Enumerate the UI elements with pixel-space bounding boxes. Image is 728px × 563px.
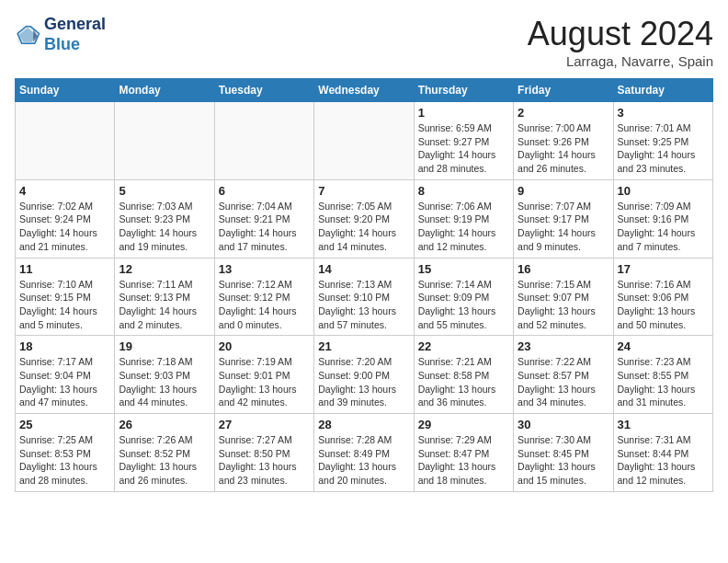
calendar-cell: 23Sunrise: 7:22 AMSunset: 8:57 PMDayligh… bbox=[514, 336, 613, 414]
day-number: 25 bbox=[19, 418, 110, 431]
weekday-header-saturday: Saturday bbox=[613, 79, 712, 102]
day-info: Sunrise: 7:00 AMSunset: 9:26 PMDaylight:… bbox=[518, 121, 609, 176]
weekday-header-wednesday: Wednesday bbox=[314, 79, 414, 102]
day-number: 11 bbox=[19, 262, 110, 276]
day-info: Sunrise: 7:30 AMSunset: 8:45 PMDaylight:… bbox=[518, 433, 609, 488]
day-number: 29 bbox=[418, 418, 509, 431]
calendar-cell: 31Sunrise: 7:31 AMSunset: 8:44 PMDayligh… bbox=[613, 414, 712, 492]
logo: General Blue bbox=[15, 15, 106, 54]
day-info: Sunrise: 7:06 AMSunset: 9:19 PMDaylight:… bbox=[418, 200, 509, 254]
calendar-cell: 18Sunrise: 7:17 AMSunset: 9:04 PMDayligh… bbox=[16, 336, 115, 414]
calendar-cell: 4Sunrise: 7:02 AMSunset: 9:24 PMDaylight… bbox=[16, 179, 115, 258]
calendar-cell: 14Sunrise: 7:13 AMSunset: 9:10 PMDayligh… bbox=[314, 258, 414, 336]
day-info: Sunrise: 7:18 AMSunset: 9:03 PMDaylight:… bbox=[119, 355, 210, 409]
calendar-week-row: 11Sunrise: 7:10 AMSunset: 9:15 PMDayligh… bbox=[16, 258, 713, 336]
day-number: 14 bbox=[318, 262, 409, 276]
day-info: Sunrise: 7:12 AMSunset: 9:12 PMDaylight:… bbox=[219, 278, 310, 332]
day-number: 6 bbox=[219, 184, 310, 198]
calendar-cell: 5Sunrise: 7:03 AMSunset: 9:23 PMDaylight… bbox=[115, 179, 214, 258]
day-info: Sunrise: 7:25 AMSunset: 8:53 PMDaylight:… bbox=[19, 433, 110, 488]
day-number: 2 bbox=[518, 106, 609, 120]
day-number: 26 bbox=[119, 418, 210, 431]
day-number: 15 bbox=[418, 262, 509, 276]
weekday-header-tuesday: Tuesday bbox=[214, 79, 313, 102]
day-number: 12 bbox=[119, 262, 210, 276]
day-info: Sunrise: 7:23 AMSunset: 8:55 PMDaylight:… bbox=[618, 355, 709, 409]
day-info: Sunrise: 7:31 AMSunset: 8:44 PMDaylight:… bbox=[618, 433, 709, 488]
calendar-week-row: 1Sunrise: 6:59 AMSunset: 9:27 PMDaylight… bbox=[16, 102, 713, 180]
day-number: 20 bbox=[219, 339, 310, 353]
calendar-cell: 26Sunrise: 7:26 AMSunset: 8:52 PMDayligh… bbox=[115, 414, 214, 492]
day-info: Sunrise: 7:10 AMSunset: 9:15 PMDaylight:… bbox=[19, 278, 110, 332]
logo-icon bbox=[15, 22, 40, 48]
calendar-cell: 28Sunrise: 7:28 AMSunset: 8:49 PMDayligh… bbox=[314, 414, 414, 492]
day-info: Sunrise: 7:28 AMSunset: 8:49 PMDaylight:… bbox=[318, 433, 409, 488]
calendar-cell: 20Sunrise: 7:19 AMSunset: 9:01 PMDayligh… bbox=[214, 336, 313, 414]
day-info: Sunrise: 7:19 AMSunset: 9:01 PMDaylight:… bbox=[219, 355, 310, 409]
day-info: Sunrise: 7:17 AMSunset: 9:04 PMDaylight:… bbox=[19, 355, 110, 409]
calendar-week-row: 4Sunrise: 7:02 AMSunset: 9:24 PMDaylight… bbox=[16, 179, 713, 258]
day-number: 18 bbox=[19, 339, 110, 353]
day-number: 8 bbox=[418, 184, 509, 198]
day-number: 13 bbox=[219, 262, 310, 276]
day-info: Sunrise: 7:16 AMSunset: 9:06 PMDaylight:… bbox=[618, 278, 709, 332]
calendar-cell: 10Sunrise: 7:09 AMSunset: 9:16 PMDayligh… bbox=[613, 179, 712, 258]
page-header: General Blue August 2024 Larraga, Navarr… bbox=[15, 15, 713, 69]
day-number: 9 bbox=[518, 184, 609, 198]
day-number: 23 bbox=[518, 339, 609, 353]
day-number: 31 bbox=[618, 418, 709, 431]
day-number: 19 bbox=[119, 339, 210, 353]
calendar-cell: 21Sunrise: 7:20 AMSunset: 9:00 PMDayligh… bbox=[314, 336, 414, 414]
calendar-cell: 25Sunrise: 7:25 AMSunset: 8:53 PMDayligh… bbox=[16, 414, 115, 492]
calendar-cell: 29Sunrise: 7:29 AMSunset: 8:47 PMDayligh… bbox=[414, 414, 513, 492]
day-number: 4 bbox=[19, 184, 110, 198]
calendar-week-row: 18Sunrise: 7:17 AMSunset: 9:04 PMDayligh… bbox=[16, 336, 713, 414]
day-number: 10 bbox=[618, 184, 709, 198]
day-number: 3 bbox=[618, 106, 709, 120]
day-info: Sunrise: 7:14 AMSunset: 9:09 PMDaylight:… bbox=[418, 278, 509, 332]
calendar-cell: 11Sunrise: 7:10 AMSunset: 9:15 PMDayligh… bbox=[16, 258, 115, 336]
day-info: Sunrise: 7:11 AMSunset: 9:13 PMDaylight:… bbox=[119, 278, 210, 332]
logo-text: General Blue bbox=[44, 15, 106, 54]
day-number: 17 bbox=[618, 262, 709, 276]
calendar-week-row: 25Sunrise: 7:25 AMSunset: 8:53 PMDayligh… bbox=[16, 414, 713, 492]
calendar-cell: 16Sunrise: 7:15 AMSunset: 9:07 PMDayligh… bbox=[514, 258, 613, 336]
calendar-cell bbox=[16, 102, 115, 180]
calendar-cell: 13Sunrise: 7:12 AMSunset: 9:12 PMDayligh… bbox=[214, 258, 313, 336]
calendar-cell: 6Sunrise: 7:04 AMSunset: 9:21 PMDaylight… bbox=[214, 179, 313, 258]
calendar-cell: 12Sunrise: 7:11 AMSunset: 9:13 PMDayligh… bbox=[115, 258, 214, 336]
day-number: 16 bbox=[518, 262, 609, 276]
day-info: Sunrise: 7:20 AMSunset: 9:00 PMDaylight:… bbox=[318, 355, 409, 409]
day-number: 7 bbox=[318, 184, 409, 198]
calendar-cell: 19Sunrise: 7:18 AMSunset: 9:03 PMDayligh… bbox=[115, 336, 214, 414]
day-info: Sunrise: 7:27 AMSunset: 8:50 PMDaylight:… bbox=[219, 433, 310, 488]
calendar-cell bbox=[314, 102, 414, 180]
weekday-header-thursday: Thursday bbox=[414, 79, 513, 102]
day-info: Sunrise: 7:04 AMSunset: 9:21 PMDaylight:… bbox=[219, 200, 310, 254]
calendar-cell bbox=[115, 102, 214, 180]
calendar-cell: 30Sunrise: 7:30 AMSunset: 8:45 PMDayligh… bbox=[514, 414, 613, 492]
day-number: 21 bbox=[318, 339, 409, 353]
day-info: Sunrise: 7:26 AMSunset: 8:52 PMDaylight:… bbox=[119, 433, 210, 488]
calendar-table: SundayMondayTuesdayWednesdayThursdayFrid… bbox=[15, 78, 713, 492]
day-info: Sunrise: 6:59 AMSunset: 9:27 PMDaylight:… bbox=[418, 121, 509, 176]
calendar-cell: 24Sunrise: 7:23 AMSunset: 8:55 PMDayligh… bbox=[613, 336, 712, 414]
day-number: 28 bbox=[318, 418, 409, 431]
day-info: Sunrise: 7:29 AMSunset: 8:47 PMDaylight:… bbox=[418, 433, 509, 488]
day-info: Sunrise: 7:13 AMSunset: 9:10 PMDaylight:… bbox=[318, 278, 409, 332]
calendar-cell: 22Sunrise: 7:21 AMSunset: 8:58 PMDayligh… bbox=[414, 336, 513, 414]
day-info: Sunrise: 7:15 AMSunset: 9:07 PMDaylight:… bbox=[518, 278, 609, 332]
weekday-header-monday: Monday bbox=[115, 79, 214, 102]
calendar-cell: 2Sunrise: 7:00 AMSunset: 9:26 PMDaylight… bbox=[514, 102, 613, 180]
calendar-cell bbox=[214, 102, 313, 180]
calendar-cell: 15Sunrise: 7:14 AMSunset: 9:09 PMDayligh… bbox=[414, 258, 513, 336]
day-info: Sunrise: 7:02 AMSunset: 9:24 PMDaylight:… bbox=[19, 200, 110, 254]
calendar-cell: 7Sunrise: 7:05 AMSunset: 9:20 PMDaylight… bbox=[314, 179, 414, 258]
day-number: 30 bbox=[518, 418, 609, 431]
day-number: 5 bbox=[119, 184, 210, 198]
calendar-cell: 27Sunrise: 7:27 AMSunset: 8:50 PMDayligh… bbox=[214, 414, 313, 492]
weekday-header-row: SundayMondayTuesdayWednesdayThursdayFrid… bbox=[16, 79, 713, 102]
day-info: Sunrise: 7:01 AMSunset: 9:25 PMDaylight:… bbox=[618, 121, 709, 176]
calendar-cell: 9Sunrise: 7:07 AMSunset: 9:17 PMDaylight… bbox=[514, 179, 613, 258]
weekday-header-sunday: Sunday bbox=[16, 79, 115, 102]
